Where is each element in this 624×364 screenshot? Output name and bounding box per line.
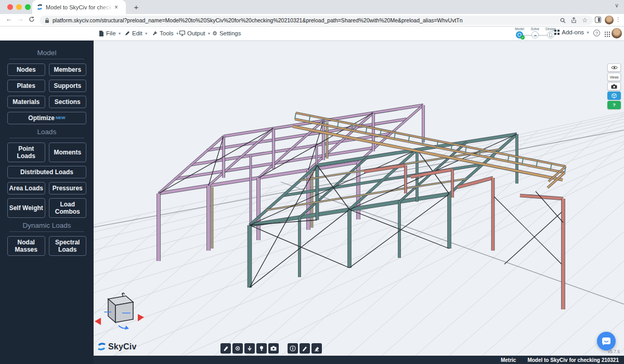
- pan-tool-button[interactable]: [220, 343, 231, 354]
- menu-output[interactable]: Output▼: [179, 27, 211, 40]
- skyciv-favicon-icon: [36, 4, 43, 10]
- pencil-icon: [125, 31, 130, 36]
- download-view-button[interactable]: [244, 343, 255, 354]
- nodal-masses-button[interactable]: Nodal Masses: [7, 236, 45, 256]
- down-arrow-icon: [246, 345, 253, 352]
- structure-members: [159, 105, 566, 309]
- workflow-stepper: Model ✓ Solve ☁ Design: [513, 27, 557, 40]
- addons-grid-icon: [554, 30, 560, 35]
- step-solve[interactable]: Solve ☁: [528, 27, 542, 38]
- url-bar: ← → platform.skyciv.com/structural?prelo…: [0, 14, 624, 27]
- rotate-arrow[interactable]: [125, 326, 129, 330]
- sidebar: Model Nodes Members Plates Supports Mate…: [0, 41, 94, 364]
- structure-3d-canvas[interactable]: [94, 41, 624, 364]
- lightbulb-icon: [258, 345, 265, 352]
- file-icon: [99, 31, 104, 36]
- render-mode-button[interactable]: [607, 92, 621, 100]
- materials-button[interactable]: Materials: [7, 96, 45, 108]
- distributed-loads-button[interactable]: Distributed Loads: [7, 166, 86, 178]
- erase-tool-button[interactable]: [311, 343, 322, 354]
- chat-bubble-button[interactable]: [597, 332, 616, 350]
- toolbar-gap: [280, 343, 286, 354]
- point-loads-button[interactable]: Point Loads: [7, 142, 45, 162]
- camera-icon: [611, 84, 617, 89]
- apps-grid-icon[interactable]: [604, 30, 610, 40]
- menu-addons[interactable]: Add-ons▼: [554, 29, 590, 35]
- snapshot-button[interactable]: [268, 343, 279, 354]
- visibility-button[interactable]: [607, 63, 621, 72]
- step-model[interactable]: Model ✓: [513, 27, 526, 38]
- document-icon: [549, 33, 552, 37]
- self-weight-button[interactable]: Self Weight: [7, 198, 45, 218]
- gear-icon: ⚙: [212, 30, 217, 37]
- user-avatar[interactable]: [612, 28, 622, 38]
- browser-window: Model to SkyCiv for checking 2 × + ∨ ← →…: [0, 0, 624, 364]
- section-title-dynamic-loads: Dynamic Loads: [9, 222, 84, 232]
- viewport-3d[interactable]: Views ?: [94, 41, 624, 364]
- supports-button[interactable]: Supports: [49, 80, 87, 92]
- load-combos-button[interactable]: Load Combos: [49, 198, 87, 218]
- section-title-loads: Loads: [9, 128, 84, 138]
- pencil-icon: [302, 345, 308, 352]
- nodes-button[interactable]: Nodes: [7, 63, 45, 76]
- axis-arrow-right[interactable]: [138, 314, 144, 321]
- check-badge: ✓: [521, 35, 525, 40]
- menu-tools[interactable]: Tools▼: [152, 27, 179, 40]
- members-button[interactable]: Members: [49, 63, 87, 76]
- skyciv-logo: SkyCiv: [97, 342, 137, 352]
- axis-arrow-left[interactable]: [95, 318, 101, 325]
- spectral-loads-button[interactable]: Spectral Loads: [49, 236, 87, 256]
- status-bar: Metric Model to SkyCiv for checking 2103…: [94, 356, 624, 364]
- annotate-tool-button[interactable]: [300, 343, 310, 354]
- plates-button[interactable]: Plates: [7, 80, 45, 92]
- tab-bar: Model to SkyCiv for checking 2 × + ∨: [0, 0, 624, 14]
- side-panel-icon[interactable]: [595, 17, 601, 23]
- menu-edit[interactable]: Edit▼: [125, 27, 148, 40]
- new-tab-button[interactable]: +: [131, 2, 141, 12]
- view-toolbar: Views ?: [607, 63, 621, 109]
- tab-title: Model to SkyCiv for checking 2: [46, 4, 112, 10]
- menu-file[interactable]: File▼: [99, 27, 121, 40]
- url-text: platform.skyciv.com/structural?preload_n…: [53, 17, 555, 23]
- menu-settings[interactable]: ⚙ Settings: [212, 27, 241, 40]
- close-window-button[interactable]: [7, 4, 13, 10]
- select-tool-button[interactable]: [232, 343, 243, 354]
- sections-button[interactable]: Sections: [49, 96, 87, 108]
- share-icon[interactable]: [571, 17, 577, 23]
- screenshot-button[interactable]: [607, 82, 621, 90]
- help-button[interactable]: ?: [593, 30, 600, 36]
- back-icon[interactable]: ←: [4, 15, 14, 23]
- light-toggle-button[interactable]: [256, 343, 267, 354]
- address-input[interactable]: platform.skyciv.com/structural?preload_n…: [40, 16, 593, 25]
- area-loads-button[interactable]: Area Loads: [7, 182, 45, 194]
- skyciv-logo-icon: [97, 342, 107, 352]
- optimize-button[interactable]: OptimizeNEW: [7, 112, 86, 124]
- section-title-model: Model: [9, 49, 84, 59]
- help-tips-button[interactable]: ?: [607, 101, 621, 109]
- select-target-icon: [235, 345, 241, 352]
- app-menu-bar: File▼ Edit▼ Tools▼ Output▼ ⚙ Settings Mo…: [0, 27, 624, 41]
- tab-close-icon[interactable]: ×: [114, 4, 118, 11]
- chevron-down-icon[interactable]: ∨: [615, 2, 619, 9]
- search-icon[interactable]: [560, 18, 566, 23]
- pan-hand-icon: [223, 345, 229, 352]
- reload-icon[interactable]: [27, 16, 36, 24]
- views-button[interactable]: Views: [607, 73, 621, 81]
- forward-icon[interactable]: →: [16, 15, 25, 23]
- browser-tab[interactable]: Model to SkyCiv for checking 2 ×: [32, 0, 126, 14]
- minimize-window-button[interactable]: [16, 4, 22, 10]
- monitor-icon: [179, 31, 185, 36]
- camera-icon: [270, 346, 277, 351]
- browser-profile-avatar[interactable]: [605, 16, 614, 24]
- cloud-icon: ☁: [531, 31, 539, 38]
- render-cube-icon: [612, 93, 617, 98]
- browser-menu-icon[interactable]: ⋮: [615, 16, 621, 23]
- info-tool-button[interactable]: [288, 343, 298, 354]
- wrench-icon: [152, 31, 158, 36]
- eye-icon: [611, 66, 618, 70]
- moments-button[interactable]: Moments: [49, 142, 87, 162]
- pressures-button[interactable]: Pressures: [49, 182, 87, 194]
- zoom-window-button[interactable]: [25, 4, 31, 10]
- bookmark-star-icon[interactable]: ☆: [582, 17, 588, 24]
- new-badge: NEW: [56, 114, 66, 122]
